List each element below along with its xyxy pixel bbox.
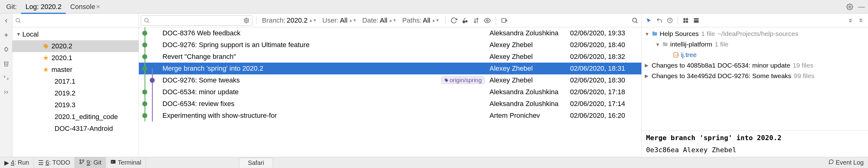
file-tree-folder[interactable]: ▼ intellij-platform 1 file [643,39,868,49]
commit-author: Alexey Zhebel [490,41,570,49]
svg-point-12 [486,20,488,22]
filter-branch[interactable]: Branch: 2020.2 ▲▼ [262,16,317,25]
minimize-icon[interactable]: — [856,2,867,12]
tab-console[interactable]: Console ✕ [66,0,105,14]
log-search-input[interactable] [141,15,252,26]
chevron-down-icon: ▼ [655,42,662,47]
commit-row[interactable]: DOC-8376 Web feedbackAleksandra Zolushki… [139,27,641,39]
commit-row[interactable]: Experimenting with show-structure-forArt… [139,110,641,122]
file-count: 1 file [715,41,728,48]
chevron-right-icon: ▶ [645,63,652,68]
gear-icon[interactable] [844,2,855,12]
commit-author: Alexey Zhebel [490,76,570,84]
commit-message: Merge branch 'spring' into 2020.2 [162,64,490,72]
commit-message: DOC-8376 Web feedback [162,29,490,37]
file-tree-file[interactable]: </> ij.tree [643,49,868,60]
svg-point-29 [80,162,82,164]
commit-meta: 0e3c86ea Alexey Zhebel [646,146,864,154]
branch-search[interactable] [12,14,138,27]
bottom-todo[interactable]: ☰ 6: TODO [34,157,75,168]
commit-row[interactable]: Merge branch 'spring' into 2020.2Alexey … [139,63,641,74]
file-tree-root[interactable]: ▼ Help Sources 1 file ~/IdeaProjects/hel… [643,29,868,39]
branch-item[interactable]: 2019.2 [12,88,138,99]
tab-log[interactable]: Log: 2020.2 [21,0,66,14]
svg-point-28 [80,160,82,161]
svg-line-17 [636,22,638,23]
commit-graph [139,51,162,63]
chevron-down-icon: ▼ [645,31,652,37]
diff-icon[interactable] [2,73,11,82]
changes-group[interactable]: ▶ Changes to 34e4952d DOC-9276: Some twe… [643,71,868,81]
expand-icon[interactable] [846,16,855,25]
svg-point-3 [16,18,20,22]
bottom-run[interactable]: ▶ 4: Run [0,157,34,168]
file-name: ij.tree [681,51,696,59]
branch-name: 2020.1 [52,54,72,62]
branch-name: DOC-4317-Android [55,125,113,133]
svg-point-7 [246,20,247,21]
commit-author: Alexey Zhebel [490,53,570,61]
branch-item[interactable]: ★ 2020.1 [12,52,138,64]
refresh-icon[interactable] [449,16,459,25]
trash-icon[interactable] [2,59,11,68]
branch-item[interactable]: 2020.2 [12,40,138,52]
file-count: 1 file [701,30,715,37]
svg-rect-13 [502,18,506,22]
cherry-pick-icon[interactable] [460,16,470,25]
commit-author: Aleksandra Zolushkina [490,88,570,96]
branch-item[interactable]: 2020.1_editing_code [12,111,138,123]
commit-row[interactable]: DOC-6534: review fixesAleksandra Zolushk… [139,98,641,110]
branch-item[interactable]: DOC-4317-Android [12,123,138,135]
branch-item[interactable]: ★ master [12,64,138,76]
commit-row[interactable]: DOC-6534: minor updateAleksandra Zolushk… [139,86,641,98]
commit-message: Merge branch 'spring' into 2020.2 [646,134,864,142]
commit-row[interactable]: Revert "Change branch"Alexey Zhebel02/06… [139,51,641,63]
bottom-git[interactable]: 9: Git [75,157,106,168]
bottom-terminal[interactable]: >_ Terminal [106,157,146,168]
more-icon[interactable]: ›› [2,88,11,97]
bottom-event-log[interactable]: Event Log [824,159,868,166]
branch-name: 2017.1 [55,77,75,86]
filter-paths[interactable]: Paths: All ▲▼ [402,16,440,25]
svg-line-6 [148,22,149,23]
history-icon[interactable] [665,16,675,25]
collapse-icon[interactable] [2,45,11,54]
commit-row[interactable]: DOC-9276: Some tweaksorigin/springAlexey… [139,74,641,86]
undo-icon[interactable] [655,16,664,25]
eye-icon[interactable] [483,16,492,25]
commit-date: 02/06/2020, 16:20 [570,111,641,120]
commit-date: 02/06/2020, 17:18 [570,88,641,96]
svg-marker-18 [647,18,651,23]
svg-rect-24 [694,18,699,20]
ref-label[interactable]: origin/spring [441,76,485,84]
select-icon[interactable] [644,16,653,25]
filter-date[interactable]: Date: All ▲▼ [362,16,397,25]
close-icon[interactable]: ✕ [96,3,100,10]
chevron-right-icon: ▶ [645,73,652,79]
commit-author: Aleksandra Zolushkina [490,29,570,37]
search-icon[interactable] [630,16,640,25]
commit-date: 02/06/2020, 18:30 [570,76,641,84]
commit-rows: DOC-8376 Web feedbackAleksandra Zolushki… [139,27,641,157]
collapse-panel-icon[interactable] [856,16,866,25]
commit-row[interactable]: DOC-9276: Spring support is an Ultimate … [139,39,641,51]
layout-icon[interactable] [692,16,701,25]
gear-icon[interactable] [243,18,250,24]
chevron-updown-icon: ▲▼ [309,18,317,23]
commit-date: 02/06/2020, 18:40 [570,41,641,49]
group-icon[interactable] [681,16,690,25]
plus-icon[interactable] [2,30,11,40]
sort-icon[interactable] [471,16,481,25]
branch-item[interactable]: 2017.1 [12,76,138,88]
file-count: 19 files [793,62,813,69]
changes-group[interactable]: ▶ Changes to 4085b8a1 DOC-6534: minor up… [643,60,868,71]
open-tab-icon[interactable] [500,16,509,25]
tab-git[interactable]: Git: [2,0,21,14]
bottom-safari-tab[interactable]: Safari [239,158,273,168]
commit-date: 02/06/2020, 18:32 [570,53,641,61]
branch-item[interactable]: 2019.3 [12,99,138,111]
svg-rect-21 [686,18,688,20]
chevron-left-icon[interactable] [2,16,11,25]
branch-group-local[interactable]: ▼ Local [12,29,138,40]
filter-user[interactable]: User: All ▲▼ [322,16,357,25]
